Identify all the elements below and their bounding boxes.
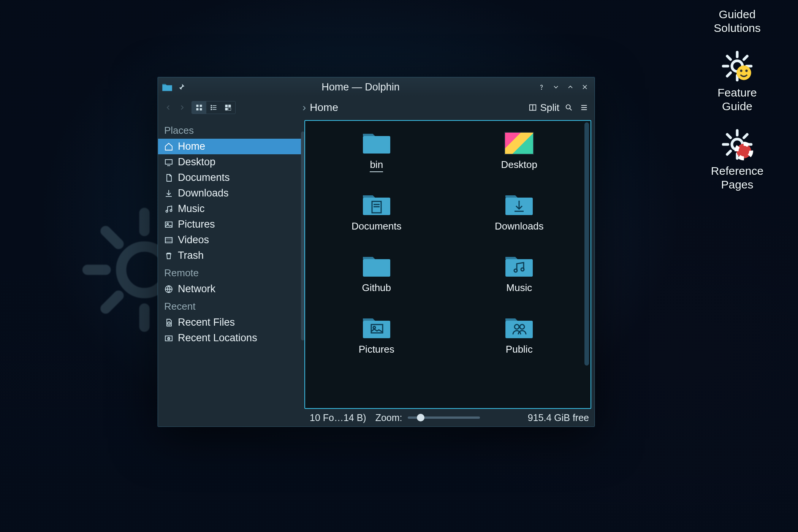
file-item-desktop[interactable]: Desktop	[501, 128, 537, 171]
svg-rect-51	[505, 321, 533, 338]
titlebar[interactable]: Home — Dolphin	[158, 78, 594, 97]
svg-rect-48	[363, 321, 390, 338]
sidebar-item-label: Home	[178, 141, 205, 152]
sidebar-item-label: Downloads	[178, 187, 229, 199]
download-icon	[164, 189, 173, 198]
recent-loc-icon	[164, 334, 173, 343]
file-item-public[interactable]: Public	[503, 313, 535, 355]
desktop-icon-guided-solutions[interactable]: Guided Solutions	[714, 4, 760, 35]
pin-icon[interactable]	[177, 83, 185, 91]
svg-rect-23	[228, 108, 231, 111]
forward-button[interactable]	[176, 102, 188, 113]
document-icon	[164, 173, 173, 182]
file-item-github[interactable]: Github	[361, 252, 393, 294]
desktop-icon-reference-pages[interactable]: Reference Pages	[711, 128, 763, 192]
dolphin-window: Home — Dolphin › Home Split	[158, 77, 595, 427]
sidebar-item-music[interactable]: Music	[158, 201, 304, 217]
svg-point-26	[566, 105, 570, 109]
desktop: tu Guided Solutions Feature Guide Refere…	[0, 0, 798, 532]
file-item-bin[interactable]: bin	[361, 128, 393, 172]
file-name: Github	[362, 282, 391, 294]
folder-icon	[503, 252, 535, 279]
svg-rect-14	[211, 105, 212, 106]
sidebar-item-home[interactable]: Home	[158, 139, 304, 154]
desktop-icon-feature-guide[interactable]: Feature Guide	[717, 50, 757, 113]
sidebar-section-places: Places	[158, 121, 304, 139]
file-name: Desktop	[501, 159, 537, 171]
file-item-downloads[interactable]: Downloads	[495, 190, 544, 232]
desktop-icons-panel: Guided Solutions Feature Guide Reference…	[688, 0, 787, 192]
file-item-documents[interactable]: Documents	[352, 190, 402, 232]
desktop-icon	[164, 158, 173, 167]
status-bar: 10 Fo…14 B) Zoom: 915.4 GiB free	[304, 409, 594, 426]
view-compact-button[interactable]	[221, 101, 235, 114]
zoom-slider-thumb[interactable]	[417, 414, 424, 421]
svg-rect-27	[165, 160, 172, 164]
svg-rect-44	[363, 259, 390, 277]
view-icons-button[interactable]	[192, 101, 206, 114]
file-item-music[interactable]: Music	[503, 252, 535, 294]
svg-rect-45	[505, 259, 533, 277]
folder-icon	[503, 313, 535, 340]
close-button[interactable]	[579, 81, 591, 93]
svg-rect-30	[165, 222, 172, 227]
svg-rect-13	[200, 108, 202, 111]
svg-point-4	[740, 70, 742, 72]
sidebar-item-desktop[interactable]: Desktop	[158, 154, 304, 170]
file-name: Downloads	[495, 220, 544, 232]
svg-rect-15	[213, 105, 217, 106]
sidebar-item-documents[interactable]: Documents	[158, 170, 304, 185]
minimize-button[interactable]	[550, 81, 562, 93]
file-name: Music	[506, 282, 532, 294]
back-button[interactable]	[163, 102, 174, 113]
svg-point-3	[736, 65, 751, 80]
desktop-icon-label: Reference Pages	[711, 164, 763, 192]
svg-rect-20	[225, 105, 228, 108]
svg-rect-16	[211, 107, 212, 108]
app-folder-icon	[162, 82, 173, 92]
view-mode-segment	[192, 101, 236, 114]
video-icon	[164, 236, 173, 245]
svg-rect-11	[200, 105, 202, 107]
hamburger-menu-button[interactable]	[578, 102, 590, 113]
sidebar-item-label: Recent Files	[178, 317, 235, 328]
help-button[interactable]	[536, 81, 547, 93]
svg-point-29	[170, 209, 172, 211]
file-item-pictures[interactable]: Pictures	[359, 313, 394, 355]
file-pane: bin Desktop Documents Downloads Github M…	[304, 119, 594, 426]
sidebar-section-recent: Recent	[158, 297, 304, 315]
sidebar-item-recent-locations[interactable]: Recent Locations	[158, 330, 304, 346]
sidebar-item-label: Pictures	[178, 218, 215, 230]
svg-rect-37	[363, 136, 390, 154]
breadcrumb[interactable]: › Home	[302, 101, 526, 114]
trash-icon	[164, 251, 173, 260]
music-icon	[164, 204, 173, 214]
file-name: Public	[506, 344, 533, 355]
sidebar-item-downloads[interactable]: Downloads	[158, 185, 304, 201]
desktop-thumbnail-icon	[504, 132, 534, 155]
svg-point-7	[736, 144, 751, 158]
file-view-scrollbar[interactable]	[584, 122, 589, 366]
file-view[interactable]: bin Desktop Documents Downloads Github M…	[304, 120, 591, 409]
toolbar: › Home Split	[158, 97, 594, 119]
breadcrumb-home[interactable]: Home	[310, 101, 338, 114]
sidebar-item-recent-files[interactable]: Recent Files	[158, 315, 304, 330]
status-free-space: 915.4 GiB free	[528, 412, 589, 423]
search-button[interactable]	[563, 102, 575, 113]
zoom-slider[interactable]	[408, 416, 480, 419]
maximize-button[interactable]	[565, 81, 576, 93]
places-sidebar: PlacesHomeDesktopDocumentsDownloadsMusic…	[158, 119, 304, 426]
sidebar-item-network[interactable]: Network	[158, 281, 304, 297]
sidebar-item-label: Documents	[178, 172, 230, 184]
svg-rect-21	[228, 105, 231, 108]
view-details-button[interactable]	[206, 101, 221, 114]
status-summary: 10 Fo…14 B)	[310, 412, 366, 423]
breadcrumb-separator-icon: ›	[302, 101, 306, 114]
desktop-icon-label: Feature Guide	[717, 86, 757, 113]
sidebar-item-pictures[interactable]: Pictures	[158, 217, 304, 232]
sidebar-item-videos[interactable]: Videos	[158, 232, 304, 248]
split-button[interactable]: Split	[529, 102, 559, 114]
split-icon	[529, 103, 537, 112]
sidebar-item-trash[interactable]: Trash	[158, 248, 304, 263]
desktop-icon-label: Guided Solutions	[714, 8, 760, 35]
